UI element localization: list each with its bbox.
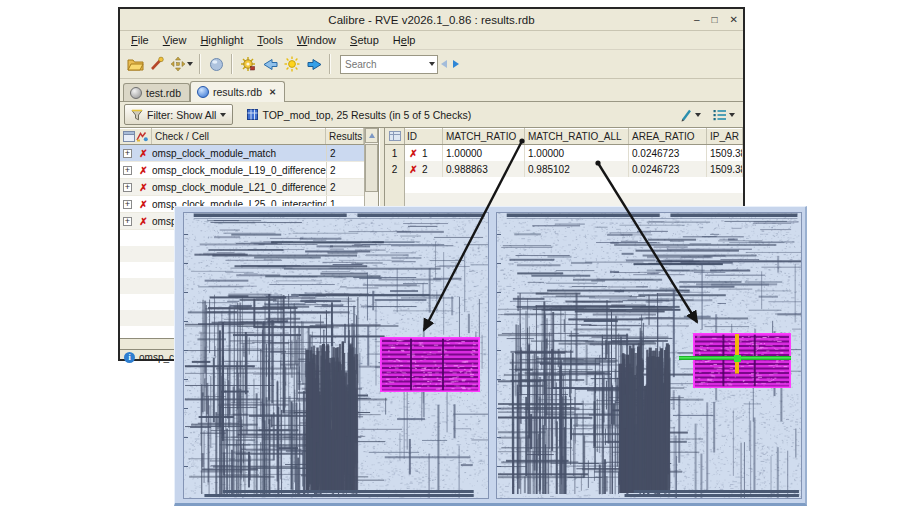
- funnel-icon: [131, 109, 143, 121]
- fail-x-icon: ✗: [135, 199, 152, 210]
- result-id: 1: [422, 148, 428, 159]
- check-row-3[interactable]: + ✗ omsp_clock_module_L21_0_difference 2: [120, 179, 364, 196]
- result-id: 2: [422, 164, 428, 175]
- dropdown-caret-icon[interactable]: [729, 113, 735, 117]
- check-results-count: 2: [326, 162, 364, 178]
- menu-view[interactable]: View: [156, 33, 194, 47]
- layout-view-result-2[interactable]: [496, 212, 802, 499]
- move-arrows-icon: [170, 56, 186, 72]
- maximize-icon[interactable]: □: [712, 15, 718, 25]
- fail-x-icon: ✗: [407, 164, 420, 175]
- plus-icon[interactable]: +: [123, 149, 132, 158]
- tab-results-rdb[interactable]: results.rdb ✕: [190, 81, 285, 102]
- plus-icon[interactable]: +: [123, 183, 132, 192]
- info-icon: i: [124, 352, 135, 363]
- dropdown-caret-icon[interactable]: [187, 62, 193, 66]
- list-icon: [713, 109, 727, 121]
- plus-icon[interactable]: +: [123, 217, 132, 226]
- tab-test-rdb[interactable]: test.rdb: [123, 83, 190, 101]
- gear-find-icon: [240, 56, 256, 72]
- filter-caret-icon: [220, 113, 226, 117]
- search-box[interactable]: [340, 55, 438, 74]
- prev-result-button[interactable]: [259, 53, 281, 75]
- highlight-wand-icon: [149, 56, 165, 72]
- fail-x-icon: ✗: [135, 216, 152, 227]
- search-next-icon[interactable]: [453, 60, 459, 68]
- header-area-ratio[interactable]: AREA_RATIO: [629, 128, 707, 144]
- plus-icon[interactable]: +: [123, 200, 132, 209]
- header-match-ratio-all[interactable]: MATCH_RATIO_ALL: [525, 128, 629, 144]
- menu-highlight[interactable]: Highlight: [193, 33, 250, 47]
- menu-bar: File View Highlight Tools Window Setup H…: [120, 31, 743, 50]
- view-options-button[interactable]: [713, 109, 735, 121]
- search-input[interactable]: [343, 58, 429, 71]
- scrollbar-thumb[interactable]: [365, 144, 378, 192]
- scroll-up-button[interactable]: [365, 128, 378, 143]
- header-results[interactable]: Results: [326, 128, 364, 144]
- next-result-button[interactable]: [303, 53, 325, 75]
- area-ratio-value: 0.0246723: [629, 161, 707, 177]
- up-arrow-icon: [369, 133, 375, 138]
- filter-show-all-button[interactable]: Filter: Show All: [124, 104, 233, 125]
- layout-view-result-1[interactable]: [183, 212, 489, 499]
- check-name: omsp_clock_module_L19_0_difference: [152, 165, 326, 176]
- highlight-button[interactable]: [146, 53, 168, 75]
- corner-grid-icon-cell[interactable]: [385, 128, 405, 144]
- window-grid-icon: [123, 131, 135, 142]
- check-results-count: 2: [326, 145, 364, 161]
- header-id[interactable]: ID: [405, 128, 443, 144]
- header-check-cell[interactable]: Check / Cell: [152, 128, 326, 144]
- checks-header-icons[interactable]: [120, 128, 152, 144]
- zoom-to-highlight-button[interactable]: [168, 53, 195, 75]
- check-row-2[interactable]: + ✗ omsp_clock_module_L19_0_difference 2: [120, 162, 364, 179]
- database-icon: [197, 86, 209, 98]
- expand-toggle[interactable]: +: [120, 183, 135, 192]
- cell-icon: [247, 109, 258, 120]
- fail-x-icon: ✗: [135, 148, 152, 159]
- row-number: 2: [385, 161, 405, 177]
- toolbar-separator: [329, 54, 331, 74]
- window-controls: – □ ✕: [694, 9, 738, 30]
- plus-icon[interactable]: +: [123, 166, 132, 175]
- check-row-1[interactable]: + ✗ omsp_clock_module_match 2: [120, 145, 364, 162]
- check-status-icon: [136, 131, 148, 142]
- menu-tools[interactable]: Tools: [250, 33, 290, 47]
- highlight-all-button[interactable]: [281, 53, 303, 75]
- close-icon[interactable]: ✕: [730, 15, 738, 25]
- minimize-icon[interactable]: –: [694, 15, 700, 25]
- arrow-left-icon: [262, 57, 279, 72]
- title-bar[interactable]: Calibre - RVE v2026.1_0.86 : results.rdb…: [120, 9, 743, 31]
- result-row-2[interactable]: 2 ✗2 0.988863 0.985102 0.0246723 1509.38: [385, 161, 743, 177]
- tab-close-icon[interactable]: ✕: [269, 87, 276, 97]
- folder-icon: [127, 57, 144, 71]
- highlight-options-button[interactable]: [679, 108, 701, 122]
- checks-table-header: Check / Cell Results: [120, 128, 364, 145]
- check-name: omsp_clock_module_L21_0_difference: [152, 182, 326, 193]
- search-dropdown-caret-icon[interactable]: [429, 62, 435, 66]
- pen-icon: [679, 108, 693, 122]
- fail-x-icon: ✗: [135, 182, 152, 193]
- expand-toggle[interactable]: +: [120, 200, 135, 209]
- expand-toggle[interactable]: +: [120, 217, 135, 226]
- ip-ar-value: 1509.38: [707, 161, 743, 177]
- expand-toggle[interactable]: +: [120, 166, 135, 175]
- header-ip-ar[interactable]: IP_AR: [707, 128, 743, 144]
- expand-toggle[interactable]: +: [120, 149, 135, 158]
- dropdown-caret-icon[interactable]: [695, 113, 701, 117]
- menu-help[interactable]: Help: [386, 33, 423, 47]
- row-number: 1: [385, 145, 405, 161]
- menu-setup[interactable]: Setup: [343, 33, 386, 47]
- result-row-1[interactable]: 1 ✗1 1.00000 1.00000 0.0246723 1509.38: [385, 145, 743, 161]
- search-prev-icon[interactable]: [441, 60, 447, 68]
- menu-file[interactable]: File: [124, 33, 156, 47]
- sphere-button[interactable]: [205, 53, 227, 75]
- match-ratio-value: 0.988863: [443, 161, 525, 177]
- header-match-ratio[interactable]: MATCH_RATIO: [443, 128, 525, 144]
- tab-label: results.rdb: [213, 86, 262, 98]
- open-folder-button[interactable]: [124, 53, 146, 75]
- sphere-icon: [209, 57, 224, 72]
- database-icon: [130, 87, 142, 99]
- find-settings-button[interactable]: [237, 53, 259, 75]
- layout-viewer-panel: [174, 206, 807, 506]
- menu-window[interactable]: Window: [290, 33, 343, 47]
